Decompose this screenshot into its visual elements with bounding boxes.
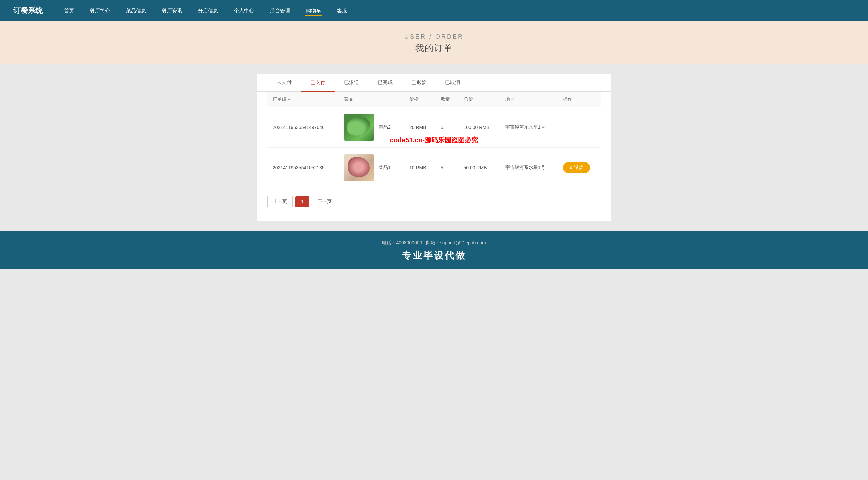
- dish-info-2: 菜品1: [344, 154, 399, 181]
- table-row: 20214119535541052135 菜品1 10 RMB 5 50.00 …: [267, 148, 601, 188]
- total-2: 50.00 RMB: [458, 148, 500, 188]
- tab-refunded[interactable]: 已退款: [402, 74, 436, 92]
- price-1: 20 RMB: [404, 107, 435, 148]
- refund-label: 退款: [574, 165, 583, 171]
- navbar: 订餐系统 首页 餐厅简介 菜品信息 餐厅资讯 分店信息 个人中心 后台管理 购物…: [0, 0, 868, 21]
- tab-unpaid[interactable]: 未支付: [267, 74, 301, 92]
- nav-item-home[interactable]: 首页: [63, 8, 75, 14]
- footer-contact: 电话：4008000000 | 邮箱：support@21epub.com: [0, 240, 868, 246]
- nav-item-service[interactable]: 客服: [336, 8, 348, 14]
- dish-image-1: [344, 114, 374, 141]
- coin-icon: ¥: [570, 165, 572, 170]
- footer: 电话：4008000000 | 邮箱：support@21epub.com 专业…: [0, 231, 868, 269]
- hero-banner: USER / ORDER 我的订单: [0, 21, 868, 64]
- prev-page-button[interactable]: 上一页: [267, 196, 293, 207]
- tab-completed[interactable]: 已完成: [368, 74, 402, 92]
- address-1: 宇宙银河系水星1号: [500, 107, 558, 148]
- dish-info-1: 菜品2: [344, 114, 399, 141]
- th-price: 价格: [404, 92, 435, 107]
- th-total: 总价: [458, 92, 500, 107]
- dish-cell-2: 菜品1: [339, 148, 404, 188]
- address-2: 宇宙银河系水星1号: [500, 148, 558, 188]
- dish-cell-1: 菜品2: [339, 107, 404, 148]
- action-1: [558, 107, 601, 148]
- hero-subtitle: USER / ORDER: [0, 33, 868, 40]
- main-content: 未支付 已支付 已派送 已完成 已退款 已取消 code51.cn-源码乐园盗图…: [257, 74, 611, 221]
- total-1: 100.00 RMB: [458, 107, 500, 148]
- th-action: 操作: [558, 92, 601, 107]
- dish-name-1: 菜品2: [379, 124, 391, 130]
- page-1-button[interactable]: 1: [295, 196, 309, 207]
- nav-item-profile[interactable]: 个人中心: [232, 8, 255, 14]
- quantity-2: 5: [435, 148, 458, 188]
- th-address: 地址: [500, 92, 558, 107]
- refund-button[interactable]: ¥ 退款: [563, 162, 590, 173]
- footer-tagline: 专业毕设代做: [0, 249, 868, 262]
- th-quantity: 数量: [435, 92, 458, 107]
- nav-menu: 首页 餐厅简介 菜品信息 餐厅资讯 分店信息 个人中心 后台管理 购物车 客服: [63, 8, 855, 14]
- quantity-1: 5: [435, 107, 458, 148]
- nav-item-admin[interactable]: 后台管理: [269, 8, 291, 14]
- tab-cancelled[interactable]: 已取消: [436, 74, 469, 92]
- order-id-1: 20214119535541497646: [267, 107, 339, 148]
- tab-dispatched[interactable]: 已派送: [335, 74, 368, 92]
- table-header-row: 订单编号 菜品 价格 数量 总价 地址 操作: [267, 92, 601, 107]
- nav-item-about[interactable]: 餐厅简介: [89, 8, 111, 14]
- order-table-wrapper: code51.cn-源码乐园盗图必究 订单编号 菜品 价格 数量 总价 地址 操…: [257, 92, 611, 188]
- nav-item-news[interactable]: 餐厅资讯: [161, 8, 183, 14]
- dish-image-2: [344, 154, 374, 181]
- nav-item-branches[interactable]: 分店信息: [197, 8, 219, 14]
- nav-item-cart[interactable]: 购物车: [305, 8, 322, 14]
- dish-name-2: 菜品1: [379, 165, 391, 171]
- tab-paid[interactable]: 已支付: [301, 74, 335, 92]
- th-dish: 菜品: [339, 92, 404, 107]
- price-2: 10 RMB: [404, 148, 435, 188]
- order-id-2: 20214119535541052135: [267, 148, 339, 188]
- nav-item-dishes[interactable]: 菜品信息: [125, 8, 147, 14]
- next-page-button[interactable]: 下一页: [312, 196, 337, 207]
- brand[interactable]: 订餐系统: [13, 6, 43, 16]
- order-table: 订单编号 菜品 价格 数量 总价 地址 操作 20214119535541497…: [267, 92, 601, 188]
- th-order-id: 订单编号: [267, 92, 339, 107]
- action-2[interactable]: ¥ 退款: [558, 148, 601, 188]
- hero-title: 我的订单: [0, 42, 868, 54]
- pagination: 上一页 1 下一页: [257, 188, 611, 207]
- order-tabs: 未支付 已支付 已派送 已完成 已退款 已取消: [257, 74, 611, 92]
- table-row: 20214119535541497646 菜品2 20 RMB 5 100.00…: [267, 107, 601, 148]
